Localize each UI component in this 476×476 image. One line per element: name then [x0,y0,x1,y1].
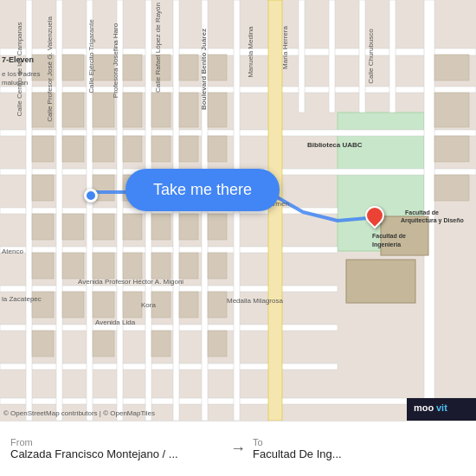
svg-rect-61 [93,331,114,357]
svg-text:Medalla Milagrosa: Medalla Milagrosa [227,297,283,305]
svg-rect-71 [179,292,198,318]
svg-text:vit: vit [436,402,447,413]
direction-arrow: → [230,440,246,458]
app: Calle Antonia Anaya Calle Centro de las … [0,0,476,476]
svg-rect-32 [62,136,84,162]
svg-rect-28 [32,136,54,162]
svg-rect-66 [151,253,170,279]
to-label: To [253,437,466,447]
svg-rect-7 [0,247,338,253]
svg-text:Calle Centro de las Campanas: Calle Centro de las Campanas [16,23,23,117]
svg-text:Facultad de: Facultad de [405,209,439,215]
svg-text:Atenco: Atenco [2,248,23,255]
svg-rect-42 [151,93,170,127]
svg-text:e los Padres: e los Padres [2,70,40,78]
svg-text:Manuela Medina: Manuela Medina [247,26,254,78]
svg-rect-44 [179,55,198,80]
svg-text:Avenida Profesor Héctor A. Mig: Avenida Profesor Héctor A. Migoni [78,278,183,286]
svg-text:Kora: Kora [141,301,156,309]
svg-text:Arquitectura y Diseño: Arquitectura y Diseño [401,217,464,224]
svg-rect-68 [151,331,170,357]
svg-text:Boulevard Benito Juárez: Boulevard Benito Juárez [200,29,208,110]
svg-rect-52 [32,253,54,279]
from-label: From [10,437,223,447]
svg-rect-31 [62,93,84,127]
svg-rect-78 [434,136,469,162]
svg-rect-9 [0,325,338,331]
svg-rect-62 [123,214,142,240]
svg-rect-64 [123,292,142,318]
destination-pin-shape [361,202,388,228]
svg-text:© OpenStreetMap contributors |: © OpenStreetMap contributors | © OpenMap… [3,409,155,417]
destination-marker [365,206,384,225]
svg-rect-43 [151,136,170,162]
to-value: Facultad De Ing... [253,447,466,460]
svg-rect-55 [62,214,84,240]
svg-text:Ingeniería: Ingeniería [372,241,401,248]
svg-rect-37 [123,55,142,80]
svg-rect-65 [151,214,170,240]
svg-text:Facultad de: Facultad de [372,233,406,239]
origin-marker [84,189,98,203]
svg-text:Calle Rafael López de Rayón: Calle Rafael López de Rayón [154,3,162,93]
svg-rect-79 [434,175,469,201]
take-me-there-button[interactable]: Take me there [125,169,280,211]
svg-rect-63 [123,253,142,279]
svg-rect-69 [179,214,198,240]
svg-text:María Herrera: María Herrera [281,26,289,69]
svg-rect-46 [179,136,198,162]
svg-text:7-Eleven: 7-Eleven [2,55,34,64]
svg-rect-60 [93,292,114,318]
svg-text:Avenida Lida: Avenida Lida [95,318,136,326]
svg-rect-35 [93,136,114,162]
svg-text:Biblioteca UABC: Biblioteca UABC [307,141,363,149]
svg-rect-24 [389,0,396,113]
svg-rect-10 [0,363,338,370]
svg-rect-56 [62,253,84,279]
svg-rect-12 [268,0,282,421]
svg-text:Calle Ejército Trigarante: Calle Ejército Trigarante [87,19,95,93]
svg-rect-75 [208,331,227,357]
svg-rect-38 [123,93,142,127]
svg-rect-39 [123,136,142,162]
svg-text:malucan: malucan [2,79,28,87]
svg-rect-51 [32,214,54,240]
svg-text:Calle Profesor José G. Valenzu: Calle Profesor José G. Valenzuela [46,16,54,122]
svg-rect-54 [32,331,54,357]
svg-rect-58 [93,214,114,240]
svg-rect-70 [179,253,198,279]
svg-rect-57 [62,292,84,318]
svg-text:Profesora Josefina Haro: Profesora Josefina Haro [112,23,119,98]
svg-rect-30 [62,55,84,80]
svg-text:Calle Churubusco: Calle Churubusco [367,29,375,84]
from-value: Calzada Francisco Montejano / ... [10,447,223,460]
svg-rect-59 [93,253,114,279]
svg-rect-73 [208,253,227,279]
svg-rect-14 [56,0,62,421]
to-location: To Facultad De Ing... [253,437,466,460]
svg-rect-23 [359,0,365,113]
svg-rect-21 [299,0,305,113]
svg-rect-76 [434,55,469,80]
svg-rect-77 [434,93,469,127]
svg-rect-8 [0,286,338,292]
from-location: From Calzada Francisco Montejano / ... [10,437,223,460]
map-container: Calle Antonia Anaya Calle Centro de las … [0,0,476,421]
bottom-bar: From Calzada Francisco Montejano / ... →… [0,421,476,476]
svg-text:la Zacatepec: la Zacatepec [2,295,42,303]
svg-rect-74 [208,292,227,318]
svg-rect-72 [208,214,227,240]
svg-rect-29 [32,175,54,201]
svg-rect-45 [179,93,198,127]
svg-rect-22 [329,0,335,113]
svg-rect-48 [208,55,227,80]
moovit-logo: moo vit [407,398,476,421]
svg-rect-49 [208,93,227,127]
svg-rect-50 [208,136,227,162]
svg-text:moo: moo [414,402,434,413]
svg-rect-80 [346,260,415,303]
